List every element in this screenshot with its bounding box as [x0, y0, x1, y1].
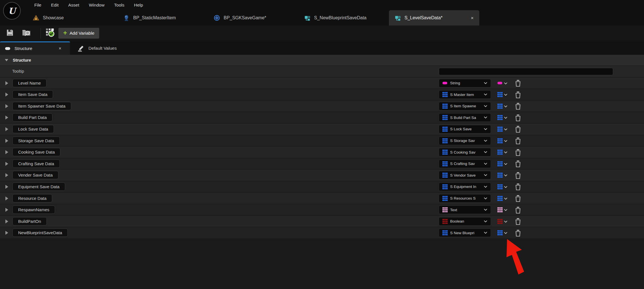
expand-arrow-icon[interactable] [5, 196, 8, 200]
asset-tab[interactable]: BP_StaticMasterItem [118, 10, 208, 26]
expand-arrow-icon[interactable] [5, 81, 8, 85]
tooltip-input[interactable] [439, 68, 613, 75]
asset-tab[interactable]: S_NewBlueprintSaveData [298, 10, 389, 26]
variable-name-field[interactable]: Lock Save Data [12, 125, 54, 133]
expand-arrow-icon[interactable] [5, 173, 8, 177]
variable-type-dropdown[interactable]: S New Bluepri [439, 229, 491, 237]
variable-row: Vender Save Data S Vendor Save [0, 169, 644, 181]
delete-variable-button[interactable] [515, 80, 521, 87]
expand-arrow-icon[interactable] [5, 139, 8, 143]
chevron-down-icon [504, 207, 507, 212]
expand-arrow-icon[interactable] [5, 104, 8, 108]
add-variable-button[interactable]: + Add Variable [58, 28, 99, 39]
variable-name-field[interactable]: Resource Data [12, 194, 52, 202]
container-type-dropdown[interactable] [497, 127, 507, 132]
menu-item[interactable]: Window [84, 3, 109, 8]
delete-variable-button[interactable] [515, 114, 521, 121]
variable-name-field[interactable]: Build Part Data [12, 113, 52, 122]
asset-tab[interactable]: Showcase [27, 10, 118, 26]
delete-variable-button[interactable] [515, 218, 521, 225]
variable-type-dropdown[interactable]: S Build Part Sa [439, 113, 491, 122]
menu-item[interactable]: Asset [63, 3, 84, 8]
menu-item[interactable]: File [29, 3, 46, 8]
delete-variable-button[interactable] [515, 172, 521, 179]
delete-variable-button[interactable] [515, 195, 521, 202]
chevron-down-icon [484, 186, 487, 188]
variable-name-field[interactable]: NewBlueprintSaveData [12, 229, 68, 237]
expand-arrow-icon[interactable] [5, 162, 8, 166]
variable-type-dropdown[interactable]: S Resources S [439, 194, 491, 203]
container-type-dropdown[interactable] [497, 138, 507, 143]
type-icon [442, 219, 448, 224]
container-type-dropdown[interactable] [497, 104, 507, 109]
expand-arrow-icon[interactable] [5, 231, 8, 235]
variable-name-field[interactable]: Storage Save Data [12, 137, 60, 145]
container-type-dropdown[interactable] [497, 161, 507, 166]
menu-item[interactable]: Edit [46, 3, 63, 8]
variable-type-dropdown[interactable]: Text [439, 206, 491, 214]
tab-default-values[interactable]: Default Values [70, 41, 117, 55]
chevron-down-icon [504, 230, 507, 235]
delete-variable-button[interactable] [515, 91, 521, 98]
variable-type-dropdown[interactable]: S Storage Sav [439, 137, 491, 145]
variable-name-field[interactable]: Vender Save Data [12, 171, 58, 179]
delete-variable-button[interactable] [515, 183, 521, 190]
variable-type-dropdown[interactable]: S Vendor Save [439, 171, 491, 179]
container-type-dropdown[interactable] [497, 196, 507, 201]
delete-variable-button[interactable] [515, 149, 521, 156]
structure-section-header[interactable]: Structure [0, 55, 644, 66]
delete-variable-button[interactable] [515, 137, 521, 144]
variable-name-field[interactable]: BuildPartOn [12, 217, 47, 225]
expand-arrow-icon[interactable] [5, 93, 8, 97]
variable-type-dropdown[interactable]: S Equipment In [439, 183, 491, 191]
asset-tab-label: BP_SGKSaveGame* [224, 15, 266, 20]
menu-item[interactable]: Tools [109, 3, 129, 8]
browse-button[interactable] [22, 28, 31, 38]
variable-type-dropdown[interactable]: S Lock Save [439, 125, 491, 133]
struct-status-button[interactable] [45, 28, 55, 38]
container-type-dropdown[interactable] [497, 115, 507, 120]
variable-type-dropdown[interactable]: Boolean [439, 217, 491, 226]
container-type-dropdown[interactable] [497, 81, 507, 86]
expand-arrow-icon[interactable] [5, 185, 8, 189]
expand-arrow-icon[interactable] [5, 150, 8, 154]
expand-arrow-icon[interactable] [5, 127, 8, 131]
container-type-dropdown[interactable] [497, 173, 507, 178]
variable-name-field[interactable]: Item Save Data [12, 90, 53, 99]
variable-name-field[interactable]: Item Spawner Save Data [12, 102, 71, 110]
variable-type-dropdown[interactable]: S Cooking Sav [439, 148, 491, 156]
variable-name-field[interactable]: RespawnNames [12, 206, 55, 214]
container-type-dropdown[interactable] [497, 92, 507, 97]
asset-tab[interactable]: S_LevelSaveData* × [389, 10, 479, 26]
variable-name-field[interactable]: Cooking Save Data [12, 148, 60, 156]
container-type-dropdown[interactable] [497, 150, 507, 155]
expand-arrow-icon[interactable] [5, 208, 8, 212]
container-type-dropdown[interactable] [497, 184, 507, 189]
expand-arrow-icon[interactable] [5, 219, 8, 223]
container-type-dropdown[interactable] [497, 219, 507, 224]
delete-variable-button[interactable] [515, 126, 521, 133]
close-icon[interactable]: × [59, 46, 61, 51]
variable-type-dropdown[interactable]: S Master Item [439, 90, 491, 99]
unreal-logo[interactable]: U [3, 2, 21, 20]
delete-variable-button[interactable] [515, 229, 521, 236]
variable-name-field[interactable]: Equipment Save Data [12, 183, 65, 191]
variable-name: Item Save Data [18, 92, 47, 97]
variable-type-dropdown[interactable]: String [439, 79, 491, 87]
delete-variable-button[interactable] [515, 206, 521, 213]
collapse-arrow-icon[interactable] [5, 59, 8, 61]
asset-tab[interactable]: BP_SGKSaveGame* [208, 10, 298, 26]
variable-type-dropdown[interactable]: S Crafting Sav [439, 160, 491, 168]
container-type-dropdown[interactable] [497, 230, 507, 235]
tab-structure[interactable]: Structure × [0, 41, 70, 55]
close-icon[interactable]: × [471, 16, 474, 20]
container-type-dropdown[interactable] [497, 207, 507, 212]
variable-type-dropdown[interactable]: S Item Spawne [439, 102, 491, 110]
delete-variable-button[interactable] [515, 103, 521, 110]
expand-arrow-icon[interactable] [5, 116, 8, 120]
menu-item[interactable]: Help [129, 3, 148, 8]
variable-name-field[interactable]: Level Name [12, 79, 46, 87]
variable-name-field[interactable]: Crafting Save Data [12, 160, 60, 168]
delete-variable-button[interactable] [515, 160, 521, 167]
save-button[interactable] [5, 28, 15, 38]
